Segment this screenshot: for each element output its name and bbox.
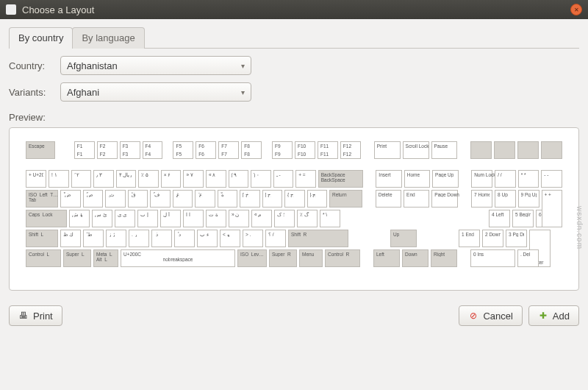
row-variants: Variants: Afghani ▾ [9,82,579,102]
key-f5: F5F5 [173,141,193,159]
key-u: َ ع [195,190,215,208]
key-pgdn: Page Down [431,190,458,208]
key-tab: ISO_Left_T…Tab [26,190,58,208]
key-9: ( ۹ [229,170,249,188]
combo-country[interactable]: Afghanistan ▾ [60,56,251,75]
chevron-down-icon: ▾ [241,88,245,96]
dialog-content: By country By language Country: Afghanis… [0,19,588,298]
key-d: ي ی [115,210,135,227]
key-up: Up [390,230,417,247]
key-lbracket: { ج [284,190,305,208]
key-f10: F10F10 [295,141,315,159]
key-menu: Menu [299,249,323,267]
key-f8: F8F8 [241,141,262,159]
key-j: ة ت [206,210,226,227]
key-f: إ ب [137,210,158,227]
key-f11: F11F11 [318,141,338,159]
key-4: ریال ۴ [116,170,137,188]
dialog-footer: Print Cancel Add [0,298,588,335]
key-e: ٍ ث [105,190,126,208]
titlebar: Choose a Layout [0,0,588,19]
chevron-down-icon: ▾ [241,62,245,70]
key-np-sub: - - [541,170,562,188]
key-np-add: + + [542,190,562,227]
key-f6: F6F6 [196,141,216,159]
label-variants: Variants: [9,87,60,98]
keyboard-preview: Escape F1F1 F2F2 F3F3 F4F4 F5F5 F6F6 F7F… [9,127,579,291]
label-country: Country: [9,60,60,71]
cancel-button[interactable]: Cancel [459,305,522,326]
key-blank [517,141,539,159]
tab-by-language[interactable]: By language [72,27,144,49]
key-q: ْ ض [60,190,81,208]
key-np1: 1 End [459,230,480,247]
key-left: Left [373,249,400,267]
key-h: آ ا [183,210,204,227]
key-capslock: Caps_Lock [26,210,67,227]
key-return: Return [329,190,362,208]
key-numlock: Num Lock [471,170,492,188]
key-blank [494,141,515,159]
key-np9: 9 Pg Up [518,190,539,208]
key-print: Print [374,141,401,159]
key-np-mul: * * [518,170,539,188]
combo-variants[interactable]: Afghani ▾ [60,82,251,102]
key-r: ً ق [128,190,148,208]
tab-by-country[interactable]: By country [9,27,73,49]
key-super-l: Super_L [63,249,91,267]
key-right: Right [431,249,457,267]
combo-variants-value: Afghani [67,87,99,98]
key-8: « ۸ [206,170,226,188]
key-o: [ خ [240,190,260,208]
key-k: » ن [229,210,249,227]
key-x: ژ ز [106,230,126,247]
key-semi: ؛ ک [274,210,295,227]
key-b: ٔ د [174,230,195,247]
close-icon[interactable] [570,4,582,15]
key-f2: F2F2 [97,141,118,159]
key-scroll-lock: Scroll Lock [403,141,429,159]
key-quote: ٪ گ [297,210,318,227]
key-space: U+200Cnobreakspace [121,249,235,267]
print-button[interactable]: Print [9,305,62,326]
key-np0: 0 Ins [470,249,515,267]
key-a: ؤ ش [69,210,90,227]
key-np5: 5 Begin [512,210,534,227]
key-dot: ؟ / [265,230,286,247]
key-np2: 2 Down [482,230,503,247]
key-minus: ـ - [273,170,294,188]
key-f3: F3F3 [120,141,140,159]
key-rbracket: } چ [307,190,328,208]
preview-label: Preview: [9,112,579,123]
key-s: ئ س [92,210,112,227]
key-equal: + = [295,170,316,188]
key-blank [541,141,562,159]
key-2: ٬ ۲ [71,170,92,188]
combo-country-value: Afghanistan [67,60,118,71]
key-iso-lev: ISO_Lev… [237,249,267,267]
key-np3: 3 Pg Dn [506,230,527,247]
key-escape: Escape [26,141,55,159]
keyboard: Escape F1F1 F2F2 F3F3 F4F4 F5F5 F6F6 F7F… [26,141,562,267]
key-insert: Insert [376,170,401,188]
key-w: ٌ ص [83,190,104,208]
key-f9: F9F9 [272,141,293,159]
key-6: × ۶ [161,170,182,188]
watermark: wsxdn.com [576,206,584,249]
key-p: ] ح [262,190,283,208]
key-c: . ر [129,230,149,247]
key-0: ) ۰ [251,170,271,188]
key-m: < و [220,230,240,247]
key-7: » ۷ [183,170,204,188]
key-pgup: Page Up [432,170,458,188]
key-z: ٓ ط [83,230,104,247]
add-button[interactable]: Add [528,305,579,326]
key-f7: F7F7 [218,141,239,159]
key-delete: Delete [376,190,401,208]
tabs: By country By language [9,26,579,49]
key-i: ّ ه [218,190,238,208]
window-title: Choose a Layout [22,4,94,15]
key-3: ٫ ۳ [93,170,114,188]
key-pause: Pause [431,141,458,159]
key-f12: F12F12 [340,141,361,159]
